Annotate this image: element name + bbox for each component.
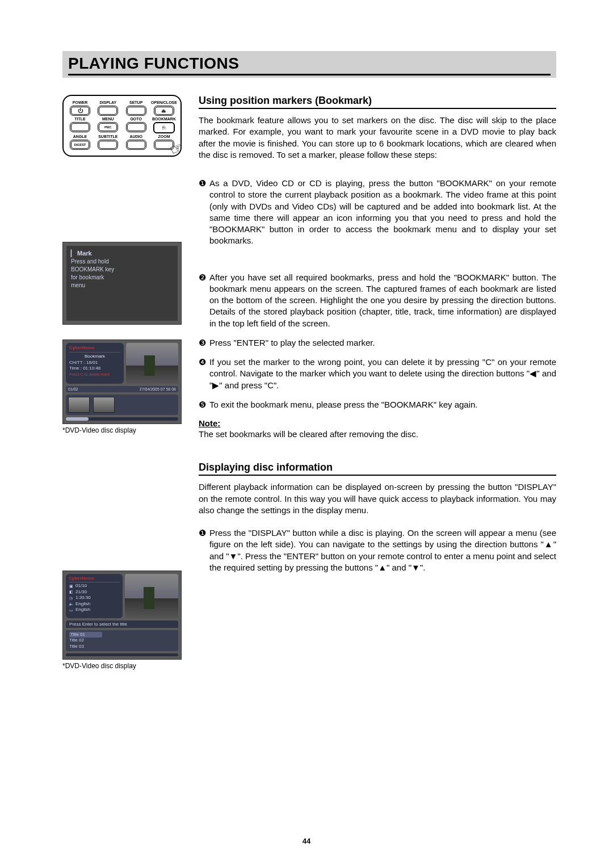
remote-diagram: POWER⏻ DISPLAY SETUP OPEN/CLOSE⏏ TITLE M… [62, 95, 182, 157]
caption-1: *DVD-Video disc display [62, 426, 182, 434]
remote-label-power: POWER [73, 100, 87, 104]
step-5: ❺ To exit the bookmark menu, please pres… [199, 399, 556, 410]
bookmark-thumb [68, 397, 90, 413]
section-heading-display: Displaying disc information [199, 462, 556, 476]
osd-display-screenshot: CyberHome ▣01/10 ◧21/30 ◷1:20:30 🔈Englis… [62, 571, 182, 660]
remote-label-openclose: OPEN/CLOSE [151, 100, 177, 104]
osd-preview-image [126, 343, 178, 384]
remote-label-audio: AUDIO [129, 135, 142, 139]
chapter-icon: ◧ [69, 589, 73, 594]
remote-label-angle: ANGLE [73, 135, 87, 139]
bullet-3-icon: ❸ [199, 337, 206, 349]
page-title-bar: PLAYING FUNCTIONS [62, 51, 556, 78]
page-title: PLAYING FUNCTIONS [68, 54, 551, 76]
remote-label-display: DISPLAY [99, 100, 116, 104]
note-label: Note: [199, 418, 220, 428]
note-text: The set bookmarks will be cleared after … [199, 429, 556, 440]
bullet-1-icon: ❶ [199, 178, 206, 247]
progress-bar [66, 417, 178, 421]
step-3: ❸ Press "ENTER" to play the selected mar… [199, 337, 556, 349]
display-step-1: ❶ Press the "DISPLAY" button while a dis… [199, 527, 556, 573]
bullet-5-icon: ❺ [199, 399, 206, 410]
remote-label-zoom: ZOOM [158, 135, 170, 139]
section2-intro: Different playback information can be di… [199, 481, 556, 516]
section-heading-bookmark: Using position markers (Bookmark) [199, 95, 556, 109]
remote-label-setup: SETUP [129, 100, 142, 104]
bookmark-icon: ⎘ [162, 125, 165, 131]
progress-bar [66, 653, 178, 656]
remote-label-bookmark: BOOKMARK [152, 117, 176, 121]
page-number: 44 [0, 837, 613, 845]
clock-icon: ◷ [69, 596, 73, 601]
title-icon: ▣ [69, 584, 73, 589]
remote-label-menu: MENU [102, 117, 114, 121]
osd-brand: CyberHome [69, 345, 120, 353]
bookmark-thumb [93, 397, 115, 413]
step-2: ❷ After you have set all required bookma… [199, 272, 556, 329]
bullet-4-icon: ❹ [199, 357, 206, 391]
subtitle-icon: ▭ [69, 607, 73, 613]
step-1: ❶ As a DVD, Video CD or CD is playing, p… [199, 178, 556, 247]
osd-preview-image [125, 574, 178, 618]
remote-label-subtitle: SUBTITLE [98, 135, 117, 139]
bullet-1-icon: ❶ [199, 527, 206, 573]
section1-intro: The bookmark feature allows you to set m… [199, 115, 556, 161]
osd-bookmark-screenshot: CyberHome Bookmark CH/TT : 18/01 Time : … [62, 339, 182, 424]
bullet-2-icon: ❷ [199, 272, 206, 329]
audio-icon: 🔈 [69, 601, 73, 606]
osd-mark-title: Mark [77, 250, 92, 257]
remote-label-goto: GOTO [130, 117, 141, 121]
osd-mark-screenshot: ▏ Mark Press and hold BOOKMARK key for b… [62, 242, 182, 325]
step-4: ❹ If you set the marker to the wrong poi… [199, 357, 556, 391]
remote-label-title: TITLE [74, 117, 85, 121]
caption-2: *DVD-Video disc display [62, 662, 182, 670]
